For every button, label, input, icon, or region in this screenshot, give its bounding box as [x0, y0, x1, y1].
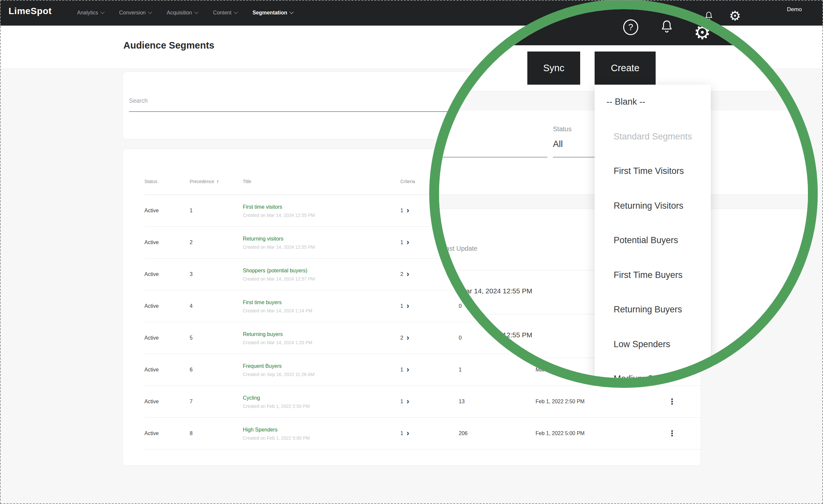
dropdown-item-medium-spenders[interactable]: Medium Spenders	[614, 372, 685, 378]
row-members-count: 13	[459, 399, 535, 404]
dropdown-item-first-time-buyers[interactable]: First Time Buyers	[614, 268, 683, 282]
account-menu[interactable]: Demo	[787, 6, 802, 13]
row-menu-cell: ⋮	[668, 397, 688, 406]
col-header-title: Title	[243, 179, 400, 195]
nav-menu: AnalyticsConversionAcquisitionContentSeg…	[77, 0, 293, 26]
magnified-search-underline	[439, 157, 547, 158]
row-precedence: 8	[190, 431, 243, 437]
segment-title-link[interactable]: High Spenders	[243, 427, 400, 433]
row-created-subtitle: Created on Mar 14, 2024 1:14 PM	[243, 308, 400, 313]
row-created-subtitle: Created on Sep 16, 2022 11:26 AM	[243, 372, 400, 377]
chevron-down-icon	[148, 9, 152, 14]
row-criteria-count: 1	[400, 367, 403, 373]
row-criteria-count: 1	[400, 399, 403, 404]
row-last-update: Feb 1, 2022 5:00 PM	[535, 431, 668, 437]
magnified-divider	[439, 270, 601, 271]
row-criteria: 1›	[400, 367, 459, 373]
dropdown-item-first-time-visitors[interactable]: First Time Visitors	[614, 164, 684, 178]
create-button[interactable]: Create	[595, 51, 656, 85]
row-status: Active	[144, 431, 190, 437]
dropdown-item-returning-visitors[interactable]: Returning Visitors	[614, 199, 683, 213]
chevron-down-icon	[290, 9, 294, 14]
settings-gear-icon[interactable]: ⚙	[691, 22, 714, 44]
row-criteria-count: 1	[400, 239, 403, 245]
row-created-subtitle: Created on Mar 14, 2024 12:57 PM	[243, 276, 400, 282]
row-criteria-count: 2	[400, 335, 403, 341]
criteria-expand-icon[interactable]: ›	[406, 272, 409, 276]
sync-button[interactable]: Sync	[527, 51, 580, 85]
dropdown-section-label: Standard Segments	[614, 130, 692, 143]
row-last-update: Feb 1, 2022 2:50 PM	[535, 399, 668, 404]
magnifier-ring: ? ⚙ Sync Create Status All Last Update M…	[429, 0, 818, 388]
row-precedence: 3	[190, 271, 243, 277]
row-created-subtitle: Created on Mar 14, 2024 1:20 PM	[243, 340, 400, 345]
chevron-down-icon	[234, 9, 238, 14]
magnified-row-last-update: Mar 14, 2024 12:55 PM	[452, 287, 532, 295]
segment-title-link[interactable]: First time buyers	[243, 299, 400, 306]
col-header-status: Status	[144, 179, 190, 195]
nav-item-conversion[interactable]: Conversion	[119, 10, 152, 16]
chevron-down-icon	[194, 9, 198, 14]
notifications-bell-icon[interactable]	[659, 19, 675, 35]
row-criteria: 1›	[400, 303, 459, 309]
row-members-count: 206	[459, 431, 535, 437]
row-criteria: 1›	[400, 399, 459, 404]
magnifier-content: ? ⚙ Sync Create Status All Last Update M…	[439, 9, 808, 378]
create-dropdown-menu: -- Blank --Standard SegmentsFirst Time V…	[595, 85, 711, 378]
segment-title-link[interactable]: Cycling	[243, 395, 400, 401]
row-status: Active	[144, 335, 190, 341]
segment-title-link[interactable]: First time visitors	[243, 204, 400, 210]
criteria-expand-icon[interactable]: ›	[406, 367, 409, 372]
nav-item-analytics[interactable]: Analytics	[77, 10, 104, 16]
criteria-expand-icon[interactable]: ›	[406, 240, 409, 244]
row-kebab-menu-icon[interactable]: ⋮	[668, 397, 676, 406]
row-criteria-count: 1	[400, 303, 403, 309]
row-created-subtitle: Created on Mar 14, 2024 12:55 PM	[243, 244, 400, 250]
col-header-precedence[interactable]: Precedence↑	[190, 178, 243, 195]
row-status: Active	[144, 271, 190, 277]
row-criteria: 1›	[400, 431, 459, 437]
row-created-subtitle: Created on Mar 14, 2024 12:55 PM	[243, 213, 400, 218]
segment-title-link[interactable]: Returning buyers	[243, 331, 400, 338]
settings-gear-icon[interactable]: ⚙	[729, 9, 741, 23]
row-title-cell: First time visitorsCreated on Mar 14, 20…	[243, 204, 400, 218]
dropdown-item-potential-buyers[interactable]: Potential Buyers	[614, 233, 678, 247]
criteria-expand-icon[interactable]: ›	[406, 208, 409, 213]
help-icon[interactable]: ?	[623, 19, 638, 35]
row-precedence: 4	[190, 303, 243, 309]
row-criteria-count: 1	[400, 431, 403, 437]
row-members-count: 1	[459, 367, 535, 373]
table-row: Active7CyclingCreated on Feb 1, 2022 2:5…	[144, 386, 701, 418]
row-criteria-count: 2	[400, 271, 403, 277]
row-menu-cell: ⋮	[668, 429, 688, 438]
row-precedence: 7	[190, 399, 243, 404]
criteria-expand-icon[interactable]: ›	[406, 399, 409, 403]
status-filter-select[interactable]: All	[553, 139, 563, 149]
col-header-last-update: Last Update	[439, 245, 477, 252]
row-title-cell: Frequent BuyersCreated on Sep 16, 2022 1…	[243, 363, 400, 377]
row-title-cell: Returning buyersCreated on Mar 14, 2024 …	[243, 331, 400, 345]
search-input[interactable]: Search	[129, 98, 148, 104]
segment-title-link[interactable]: Frequent Buyers	[243, 363, 400, 369]
segment-title-link[interactable]: Returning visitors	[243, 235, 400, 242]
limespot-logo[interactable]: LimeSpot	[9, 6, 52, 16]
row-title-cell: First time buyersCreated on Mar 14, 2024…	[243, 299, 400, 313]
nav-item-acquisition[interactable]: Acquisition	[167, 10, 198, 16]
row-status: Active	[144, 399, 190, 404]
row-title-cell: High SpendersCreated on Feb 1, 2022 5:00…	[243, 427, 400, 441]
dropdown-item-returning-buyers[interactable]: Returning Buyers	[614, 303, 682, 316]
row-status: Active	[144, 303, 190, 309]
criteria-expand-icon[interactable]: ›	[406, 304, 409, 308]
nav-item-content[interactable]: Content	[213, 10, 237, 16]
page-title: Audience Segments	[123, 40, 214, 51]
sort-ascending-icon: ↑	[216, 178, 219, 184]
criteria-expand-icon[interactable]: ›	[406, 431, 409, 436]
app-window: LimeSpot AnalyticsConversionAcquisitionC…	[0, 0, 823, 504]
row-created-subtitle: Created on Feb 1, 2022 2:50 PM	[243, 403, 400, 409]
nav-item-segmentation[interactable]: Segmentation	[253, 10, 293, 16]
dropdown-item-low-spenders[interactable]: Low Spenders	[614, 337, 670, 351]
dropdown-item-blank[interactable]: -- Blank --	[607, 95, 645, 109]
criteria-expand-icon[interactable]: ›	[406, 335, 409, 340]
row-kebab-menu-icon[interactable]: ⋮	[668, 429, 676, 438]
segment-title-link[interactable]: Shoppers (potential buyers)	[243, 268, 400, 274]
